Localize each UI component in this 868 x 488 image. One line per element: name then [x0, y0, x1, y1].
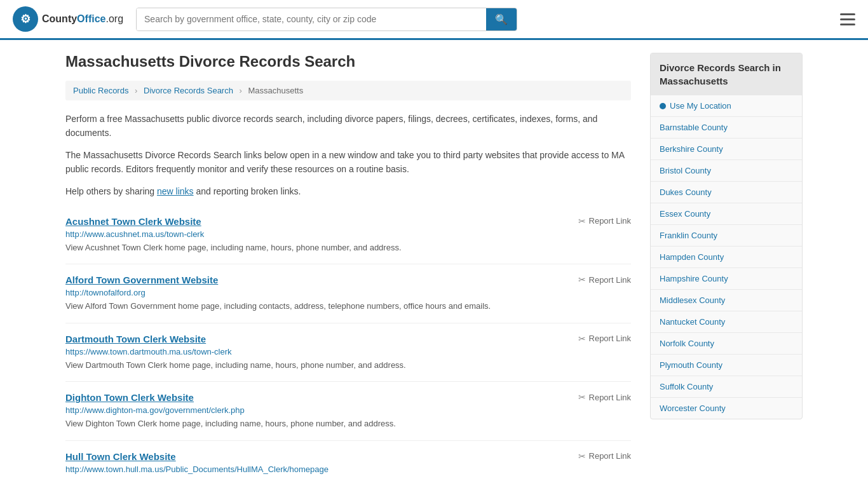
report-icon: ✂ — [578, 334, 586, 344]
county-item[interactable]: Norfolk County — [651, 333, 802, 355]
county-item[interactable]: Berkshire County — [651, 139, 802, 160]
county-item[interactable]: Hampden County — [651, 247, 802, 268]
county-link[interactable]: Essex County — [660, 209, 710, 219]
result-header: Dighton Town Clerk Website ✂ Report Link — [65, 392, 631, 403]
county-item[interactable]: Franklin County — [651, 225, 802, 247]
county-item[interactable]: Middlesex County — [651, 290, 802, 311]
result-desc: View Alford Town Government home page, i… — [65, 300, 631, 313]
county-item[interactable]: Nantucket County — [651, 311, 802, 333]
county-link[interactable]: Berkshire County — [660, 144, 723, 154]
county-item[interactable]: Suffolk County — [651, 376, 802, 398]
result-header: Acushnet Town Clerk Website ✂ Report Lin… — [65, 216, 631, 227]
result-url[interactable]: http://www.town.hull.ma.us/Public_Docume… — [65, 464, 631, 474]
result-url[interactable]: http://www.dighton-ma.gov/government/cle… — [65, 405, 631, 415]
breadcrumb-public-records[interactable]: Public Records — [73, 86, 128, 95]
county-link[interactable]: Franklin County — [660, 231, 717, 240]
county-item[interactable]: Hampshire County — [651, 268, 802, 290]
logo-icon: ⚙ — [13, 6, 38, 32]
county-item[interactable]: Barnstable County — [651, 117, 802, 139]
report-icon: ✂ — [578, 451, 586, 461]
result-header: Hull Town Clerk Website ✂ Report Link — [65, 451, 631, 462]
search-input[interactable] — [137, 8, 486, 30]
result-title[interactable]: Alford Town Government Website — [65, 274, 218, 285]
sidebar: Divorce Records Search in Massachusetts … — [650, 53, 803, 487]
breadcrumb-divorce-records[interactable]: Divorce Records Search — [144, 86, 233, 95]
report-link-button[interactable]: ✂ Report Link — [578, 392, 631, 402]
county-list: Barnstable CountyBerkshire CountyBristol… — [651, 117, 802, 419]
search-button[interactable]: 🔍 — [486, 8, 517, 30]
sidebar-box: Divorce Records Search in Massachusetts … — [650, 53, 803, 419]
county-item[interactable]: Dukes County — [651, 182, 802, 203]
report-icon: ✂ — [578, 216, 586, 226]
result-title[interactable]: Acushnet Town Clerk Website — [65, 216, 201, 227]
result-url[interactable]: http://www.acushnet.ma.us/town-clerk — [65, 229, 631, 239]
logo[interactable]: ⚙ CountyOffice.org — [13, 6, 123, 32]
use-location-item[interactable]: Use My Location — [651, 95, 802, 117]
result-title[interactable]: Dartmouth Town Clerk Website — [65, 334, 206, 344]
results-list: Acushnet Town Clerk Website ✂ Report Lin… — [65, 206, 631, 487]
result-url[interactable]: http://townofalford.org — [65, 288, 631, 297]
sidebar-title: Divorce Records Search in Massachusetts — [651, 53, 802, 95]
report-icon: ✂ — [578, 274, 586, 285]
page-container: Massachusetts Divorce Records Search Pub… — [53, 40, 815, 488]
logo-text: CountyOffice.org — [42, 13, 123, 25]
main-content: Massachusetts Divorce Records Search Pub… — [65, 53, 631, 487]
description-1: Perform a free Massachusetts public divo… — [65, 112, 631, 140]
county-link[interactable]: Nantucket County — [660, 317, 725, 327]
county-link[interactable]: Bristol County — [660, 166, 711, 175]
search-bar: 🔍 — [136, 8, 517, 31]
description-2: The Massachusetts Divorce Records Search… — [65, 148, 631, 177]
page-header: ⚙ CountyOffice.org 🔍 — [0, 0, 868, 40]
result-desc: View Acushnet Town Clerk home page, incl… — [65, 241, 631, 254]
result-item: Dartmouth Town Clerk Website ✂ Report Li… — [65, 323, 631, 383]
result-item: Acushnet Town Clerk Website ✂ Report Lin… — [65, 206, 631, 265]
result-header: Dartmouth Town Clerk Website ✂ Report Li… — [65, 334, 631, 344]
county-link[interactable]: Barnstable County — [660, 123, 728, 132]
result-item: Hull Town Clerk Website ✂ Report Link ht… — [65, 441, 631, 487]
breadcrumb-state: Massachusetts — [248, 86, 304, 95]
use-location-link[interactable]: Use My Location — [670, 101, 731, 111]
page-title: Massachusetts Divorce Records Search — [65, 53, 631, 71]
county-link[interactable]: Worcester County — [660, 403, 726, 413]
result-title[interactable]: Hull Town Clerk Website — [65, 451, 176, 462]
county-link[interactable]: Hampden County — [660, 252, 724, 262]
result-header: Alford Town Government Website ✂ Report … — [65, 274, 631, 285]
report-link-button[interactable]: ✂ Report Link — [578, 216, 631, 226]
county-link[interactable]: Dukes County — [660, 187, 712, 197]
county-item[interactable]: Plymouth County — [651, 355, 802, 376]
result-url[interactable]: https://www.town.dartmouth.ma.us/town-cl… — [65, 347, 631, 356]
county-link[interactable]: Norfolk County — [660, 339, 714, 348]
location-icon — [660, 103, 666, 109]
county-item[interactable]: Bristol County — [651, 160, 802, 182]
result-desc: View Dighton Town Clerk home page, inclu… — [65, 417, 631, 430]
menu-button[interactable] — [840, 13, 855, 25]
description-3: Help others by sharing new links and rep… — [65, 184, 631, 198]
new-links[interactable]: new links — [157, 186, 194, 196]
report-link-button[interactable]: ✂ Report Link — [578, 451, 631, 461]
breadcrumb: Public Records › Divorce Records Search … — [65, 81, 631, 100]
result-title[interactable]: Dighton Town Clerk Website — [65, 392, 194, 403]
county-item[interactable]: Worcester County — [651, 398, 802, 419]
county-link[interactable]: Hampshire County — [660, 274, 728, 283]
county-item[interactable]: Essex County — [651, 203, 802, 225]
county-link[interactable]: Plymouth County — [660, 360, 722, 370]
result-item: Dighton Town Clerk Website ✂ Report Link… — [65, 382, 631, 441]
result-item: Alford Town Government Website ✂ Report … — [65, 264, 631, 323]
result-desc: View Dartmouth Town Clerk home page, inc… — [65, 359, 631, 372]
report-icon: ✂ — [578, 392, 586, 402]
county-link[interactable]: Suffolk County — [660, 382, 713, 391]
report-link-button[interactable]: ✂ Report Link — [578, 274, 631, 285]
county-link[interactable]: Middlesex County — [660, 295, 725, 305]
report-link-button[interactable]: ✂ Report Link — [578, 334, 631, 344]
